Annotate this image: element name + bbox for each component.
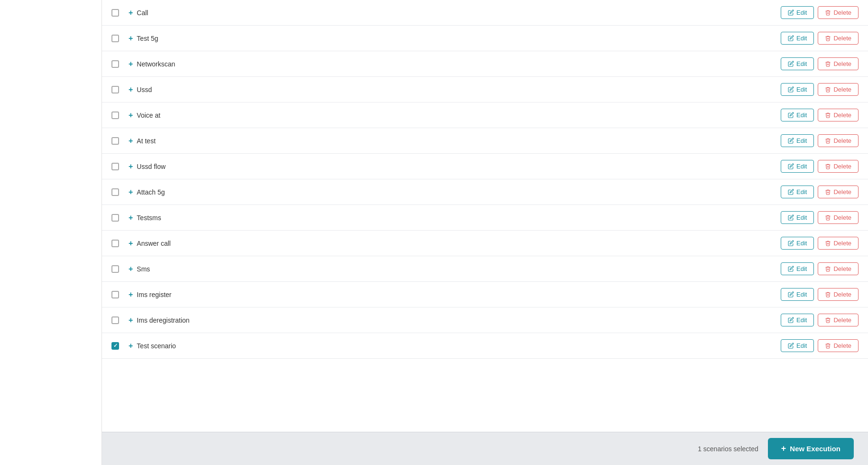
scenario-checkbox-unchecked[interactable] [111, 35, 119, 42]
edit-button[interactable]: Edit [781, 109, 814, 121]
trash-icon [825, 214, 831, 221]
delete-button[interactable]: Delete [818, 109, 859, 121]
expand-icon[interactable]: + [129, 265, 133, 273]
scenario-name: +At test [129, 137, 781, 145]
edit-button[interactable]: Edit [781, 160, 814, 173]
edit-button[interactable]: Edit [781, 339, 814, 352]
action-buttons: EditDelete [781, 186, 859, 198]
edit-button[interactable]: Edit [781, 211, 814, 224]
expand-icon[interactable]: + [129, 290, 133, 299]
pencil-icon [788, 214, 794, 221]
expand-icon[interactable]: + [129, 9, 133, 17]
edit-button[interactable]: Edit [781, 57, 814, 70]
edit-label: Edit [796, 35, 807, 42]
delete-button[interactable]: Delete [818, 160, 859, 173]
expand-icon[interactable]: + [129, 214, 133, 222]
checkbox-cell [111, 60, 129, 68]
plus-icon: + [781, 444, 786, 454]
delete-button[interactable]: Delete [818, 262, 859, 275]
delete-button[interactable]: Delete [818, 211, 859, 224]
trash-icon [825, 266, 831, 272]
expand-icon[interactable]: + [129, 162, 133, 171]
expand-icon[interactable]: + [129, 188, 133, 196]
expand-icon[interactable]: + [129, 60, 133, 68]
scenario-checkbox-unchecked[interactable] [111, 9, 119, 17]
pencil-icon [788, 240, 794, 246]
expand-icon[interactable]: + [129, 34, 133, 43]
expand-icon[interactable]: + [129, 342, 133, 350]
edit-button[interactable]: Edit [781, 237, 814, 250]
trash-icon [825, 35, 831, 41]
table-row: +Answer callEditDelete [102, 231, 868, 256]
delete-label: Delete [833, 265, 851, 272]
scenario-checkbox-unchecked[interactable] [111, 188, 119, 196]
expand-icon[interactable]: + [129, 137, 133, 145]
scenario-title: Answer call [137, 240, 171, 247]
scenario-title: Test scenario [137, 342, 175, 350]
edit-button[interactable]: Edit [781, 288, 814, 301]
scenario-checkbox-unchecked[interactable] [111, 265, 119, 273]
checkbox-cell [111, 265, 129, 273]
scenario-checkbox-unchecked[interactable] [111, 214, 119, 222]
scenario-checkbox-unchecked[interactable] [111, 291, 119, 298]
scenario-checkbox-unchecked[interactable] [111, 137, 119, 145]
scenario-title: Sms [137, 265, 150, 273]
edit-button[interactable]: Edit [781, 83, 814, 96]
scenario-checkbox-unchecked[interactable] [111, 60, 119, 68]
scenario-title: Ims register [137, 291, 171, 298]
checkbox-cell [111, 112, 129, 119]
trash-icon [825, 163, 831, 169]
scenario-title: Ussd [137, 86, 152, 93]
edit-button[interactable]: Edit [781, 32, 814, 45]
edit-button[interactable]: Edit [781, 186, 814, 198]
pencil-icon [788, 86, 794, 93]
pencil-icon [788, 61, 794, 67]
checkbox-cell [111, 137, 129, 145]
scenario-checkbox-unchecked[interactable] [111, 316, 119, 324]
selected-count-label: 1 scenarios selected [698, 445, 758, 453]
expand-icon[interactable]: + [129, 316, 133, 325]
action-buttons: EditDelete [781, 83, 859, 96]
delete-button[interactable]: Delete [818, 32, 859, 45]
checkbox-cell [111, 316, 129, 324]
scenario-name: +Ims register [129, 290, 781, 299]
delete-button[interactable]: Delete [818, 186, 859, 198]
trash-icon [825, 138, 831, 144]
scenario-checkbox-unchecked[interactable] [111, 86, 119, 93]
edit-label: Edit [796, 342, 807, 349]
delete-button[interactable]: Delete [818, 83, 859, 96]
edit-button[interactable]: Edit [781, 262, 814, 275]
scenario-checkbox-unchecked[interactable] [111, 240, 119, 247]
scenario-checkbox-unchecked[interactable] [111, 163, 119, 170]
action-buttons: EditDelete [781, 211, 859, 224]
expand-icon[interactable]: + [129, 85, 133, 94]
edit-button[interactable]: Edit [781, 6, 814, 19]
scenario-name: +Test scenario [129, 342, 781, 350]
edit-label: Edit [796, 163, 807, 170]
table-row: +Test 5gEditDelete [102, 26, 868, 51]
edit-label: Edit [796, 214, 807, 221]
delete-button[interactable]: Delete [818, 237, 859, 250]
action-buttons: EditDelete [781, 288, 859, 301]
delete-button[interactable]: Delete [818, 314, 859, 326]
trash-icon [825, 317, 831, 323]
delete-button[interactable]: Delete [818, 6, 859, 19]
new-execution-label: New Execution [790, 445, 840, 453]
expand-icon[interactable]: + [129, 111, 133, 120]
action-buttons: EditDelete [781, 339, 859, 352]
edit-button[interactable]: Edit [781, 134, 814, 147]
delete-button[interactable]: Delete [818, 288, 859, 301]
table-row: +Attach 5gEditDelete [102, 179, 868, 205]
expand-icon[interactable]: + [129, 239, 133, 248]
scenario-checkbox-unchecked[interactable] [111, 112, 119, 119]
table-row: +UssdEditDelete [102, 77, 868, 102]
table-row: +Ims registerEditDelete [102, 282, 868, 307]
edit-button[interactable]: Edit [781, 314, 814, 326]
delete-button[interactable]: Delete [818, 57, 859, 70]
new-execution-button[interactable]: + New Execution [768, 438, 854, 459]
delete-label: Delete [833, 60, 851, 67]
delete-button[interactable]: Delete [818, 134, 859, 147]
delete-button[interactable]: Delete [818, 339, 859, 352]
checkbox-cell [111, 291, 129, 298]
scenario-checkbox-checked[interactable] [111, 342, 119, 350]
